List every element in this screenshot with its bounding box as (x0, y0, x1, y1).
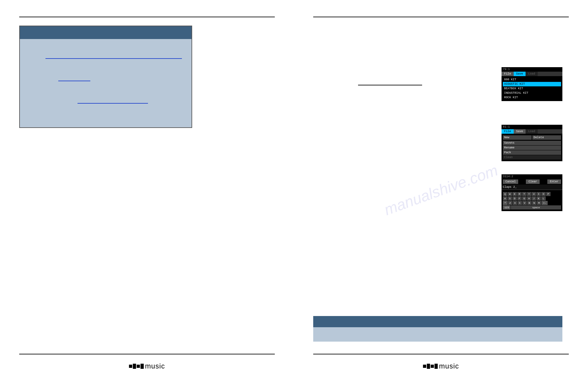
key-D[interactable]: D (512, 196, 517, 201)
left-page: music (0, 0, 294, 380)
keyboard-row-2: A S D F G H J K L (503, 196, 561, 201)
screen2-toolbar: File Save Load (502, 129, 562, 134)
key-Y[interactable]: Y (527, 192, 531, 196)
list-item-808[interactable]: 808 KIT (503, 77, 561, 82)
keyboard-row-4: 123 space (503, 205, 561, 210)
menu-saveas[interactable]: SaveAs (503, 141, 561, 145)
logo-icon (129, 364, 144, 369)
screen-keyboard: 3114:2 Cancel Clear Enter Claps 2_ Q W E… (502, 174, 562, 211)
left-logo: music (129, 362, 165, 370)
key-A[interactable]: A (503, 196, 507, 201)
menu-pack[interactable]: Pack (503, 150, 561, 155)
right-bottom-device (313, 316, 562, 342)
menu-clean[interactable]: Clean (503, 155, 561, 160)
list-item-acoustic[interactable]: ACOUSTIC KIT (503, 82, 561, 86)
right-logo-text: music (439, 362, 459, 370)
keyboard-area: Q W E R T Y U I O P A S D F G H J K (502, 191, 562, 211)
rename-input[interactable]: Claps 2_ (502, 185, 562, 190)
screen1-save-btn[interactable]: Save (514, 72, 526, 76)
menu-delete[interactable]: Delete (532, 135, 561, 140)
key-W[interactable]: W (508, 192, 512, 196)
key-L[interactable]: L (541, 196, 546, 201)
key-J[interactable]: J (532, 196, 536, 201)
screen3-toolbar: Cancel Clear Enter (502, 179, 562, 185)
screen1-load-btn[interactable]: Load (526, 72, 538, 76)
key-shift[interactable]: ^ (503, 201, 508, 205)
key-O[interactable]: O (541, 192, 546, 196)
menu-new[interactable]: New (503, 135, 532, 140)
screen3-position: 3114:2 (502, 174, 562, 179)
key-P[interactable]: P (546, 192, 551, 196)
device-header (20, 26, 192, 39)
list-item-rock[interactable]: ROCK KIT (503, 95, 561, 100)
list-item-industrial[interactable]: INDUSTRIAL KIT (503, 91, 561, 95)
key-M[interactable]: M (537, 201, 541, 205)
screen2-save-btn[interactable]: Save (514, 129, 526, 134)
key-Q[interactable]: Q (503, 192, 507, 196)
key-K[interactable]: K (536, 196, 541, 201)
right-bottom-line (313, 354, 569, 354)
left-logo-text: music (145, 362, 165, 370)
screen1-position: 79:1 (502, 67, 562, 72)
clear-btn[interactable]: Clear (526, 179, 540, 184)
key-X[interactable]: X (513, 201, 517, 205)
screen2-position: 81:1 (502, 125, 562, 129)
screen1-list: 808 KIT ACOUSTIC KIT BEATBOX KIT INDUSTR… (502, 76, 562, 101)
screen1-toolbar: File Save Load (502, 72, 562, 76)
right-logo: music (423, 362, 459, 370)
key-E[interactable]: E (512, 192, 517, 196)
key-space[interactable]: space (511, 205, 561, 210)
device-line-2 (166, 58, 182, 59)
key-I[interactable]: I (536, 192, 541, 196)
key-R[interactable]: R (517, 192, 522, 196)
left-bottom-line (19, 354, 275, 354)
watermark: manualshive.com (382, 161, 500, 218)
key-Z[interactable]: Z (508, 201, 512, 205)
menu-rename[interactable]: Rename (503, 146, 561, 150)
bottom-device-header (313, 316, 562, 327)
key-N[interactable]: N (532, 201, 536, 205)
screen2-load-btn[interactable]: Load (526, 129, 538, 134)
screen1-file-btn[interactable]: File (502, 72, 514, 76)
bottom-device-body (313, 327, 562, 342)
keyboard-row-3: ^ Z X C V B N M <- (503, 201, 561, 205)
right-logo-icon (423, 364, 438, 369)
device-line-1 (45, 58, 167, 59)
key-B[interactable]: B (527, 201, 532, 205)
screen2-file-btn[interactable]: File (502, 129, 514, 134)
left-device-screenshot (19, 26, 192, 128)
device-line-3 (58, 81, 90, 81)
key-C[interactable]: C (518, 201, 522, 205)
screen2-menu: New Delete SaveAs Rename Pack Clean (502, 134, 562, 161)
cancel-btn[interactable]: Cancel (503, 179, 518, 184)
key-G[interactable]: G (522, 196, 527, 201)
key-V[interactable]: V (522, 201, 527, 205)
key-T[interactable]: T (522, 192, 527, 196)
device-body (20, 39, 192, 127)
key-U[interactable]: U (532, 192, 536, 196)
small-horiz-line (358, 85, 422, 85)
keyboard-row-1: Q W E R T Y U I O P (503, 192, 561, 196)
left-top-line (19, 17, 275, 17)
key-H[interactable]: H (527, 196, 531, 201)
key-F[interactable]: F (517, 196, 522, 201)
list-item-beatbox[interactable]: BEATBOX KIT (503, 86, 561, 91)
screen-kit-list: 79:1 File Save Load 808 KIT ACOUSTIC KIT… (502, 67, 562, 101)
key-123[interactable]: 123 (503, 205, 510, 210)
right-top-line (313, 17, 569, 17)
device-line-4 (78, 103, 148, 104)
key-S[interactable]: S (508, 196, 512, 201)
enter-btn[interactable]: Enter (547, 179, 561, 184)
right-page: manualshive.com 79:1 File Save Load 808 … (294, 0, 588, 380)
screen-file-menu: 81:1 File Save Load New Delete SaveAs Re… (502, 125, 562, 161)
key-backspace[interactable]: <- (542, 201, 548, 205)
